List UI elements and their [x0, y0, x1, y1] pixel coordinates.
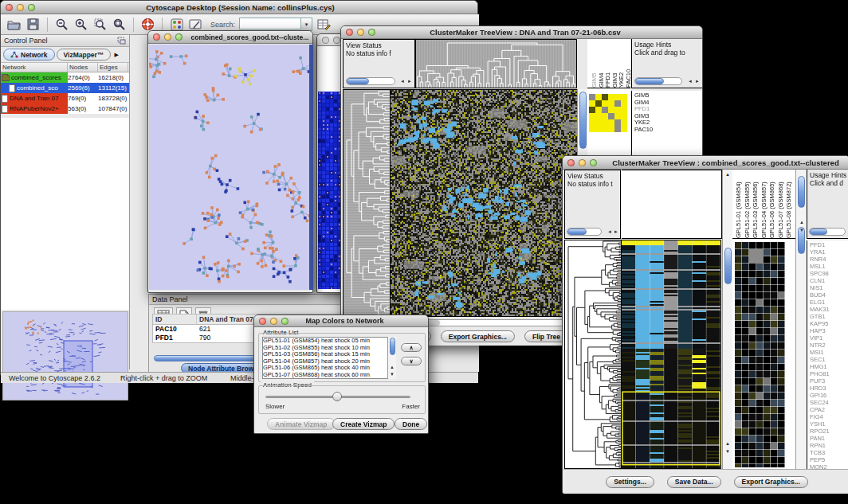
tv1-column-label[interactable]: GIM5 [591, 40, 598, 88]
tv2-export-graphics-button[interactable]: Export Graphics... [734, 476, 808, 488]
tv2-gene-label[interactable]: HAP3 [810, 327, 848, 334]
minimize-button[interactable] [17, 4, 24, 11]
search-input[interactable] [239, 18, 301, 29]
tv2-gene-label[interactable]: YRA1 [810, 248, 848, 256]
minimize-button[interactable] [579, 159, 586, 166]
tv2-row-dendrogram[interactable] [564, 240, 622, 469]
tv2-gene-label[interactable]: RPN1 [810, 442, 848, 449]
scroll-right-icon[interactable]: ► [614, 229, 618, 235]
tv2-zoom-heatmap[interactable] [735, 242, 785, 467]
animation-speed-slider-thumb[interactable] [332, 392, 342, 401]
network-overview-panel[interactable] [2, 311, 128, 400]
minimize-button[interactable] [333, 37, 340, 44]
tv2-save-data-button[interactable]: Save Data... [667, 476, 721, 488]
tv2-gene-label[interactable]: SPC98 [810, 270, 848, 277]
network-table-header[interactable]: Network Nodes Edges [1, 63, 129, 72]
tab-overflow-icon[interactable]: ▶ [114, 52, 118, 58]
close-button[interactable] [567, 159, 575, 166]
close-button[interactable] [322, 37, 329, 44]
zoom-fit-icon[interactable] [112, 17, 127, 32]
tv2-gene-label[interactable]: SEC1 [810, 356, 848, 363]
network-table-row[interactable]: combined_sco 2569(6) 13112(15) [1, 83, 129, 93]
minimize-button[interactable] [357, 29, 364, 36]
save-icon[interactable] [26, 17, 41, 32]
treeview2-title-bar[interactable]: ClusterMaker TreeView : combined_scores_… [563, 156, 848, 170]
scroll-right-icon[interactable]: ► [407, 78, 412, 84]
tv1-column-label[interactable]: PFD1 [604, 40, 611, 88]
tv2-gene-label[interactable]: MSI1 [810, 349, 848, 356]
network-view-title-bar[interactable]: combined_scores_good.txt--cluste... [148, 31, 312, 44]
tv2-column-label[interactable]: GPL51-03 (GSM856) [752, 170, 760, 238]
scroll-up-icon[interactable]: ▲ [723, 171, 732, 178]
tv2-gene-label[interactable]: FIG4 [810, 413, 848, 420]
close-button[interactable] [153, 33, 160, 41]
tv2-column-label[interactable]: GPL51-06 (GSM865) [768, 170, 777, 238]
close-button[interactable] [346, 29, 353, 36]
move-down-button[interactable]: ∨ [401, 357, 422, 365]
tv2-gene-label[interactable]: HRD3 [810, 385, 848, 392]
tab-network[interactable]: Network [3, 49, 55, 61]
minimize-button[interactable] [164, 33, 171, 41]
tv2-column-dendrogram-area[interactable] [622, 170, 722, 239]
zoom-button[interactable] [175, 33, 183, 41]
tv2-gene-label[interactable]: MSL1 [810, 263, 848, 270]
close-button[interactable] [259, 318, 266, 325]
scroll-left-icon[interactable]: ◄ [400, 78, 405, 84]
attribute-list-scrollbar[interactable]: ▲ ▼ [387, 337, 396, 379]
scroll-up-icon[interactable]: ▲ [390, 364, 395, 370]
tv2-gene-label[interactable]: PFD1 [810, 241, 848, 248]
close-button[interactable] [6, 4, 13, 11]
tv2-global-heatmap[interactable] [622, 240, 721, 469]
tv2-gene-label[interactable]: CLN1 [810, 277, 848, 284]
tv2-gene-label[interactable]: MAK31 [810, 306, 848, 313]
tv2-gene-label[interactable]: PHO81 [810, 370, 848, 377]
tv2-gene-label[interactable]: CPA2 [810, 406, 848, 413]
tv1-export-graphics-button[interactable]: Export Graphics... [441, 330, 515, 342]
tv1-column-dendrogram[interactable] [415, 39, 577, 88]
tv2-gene-label[interactable]: PUF3 [810, 377, 848, 385]
zoom-out-icon[interactable] [54, 17, 69, 32]
scroll-down-icon[interactable]: ▼ [725, 448, 730, 455]
tv2-main-vscrollbar[interactable]: ▲ ▲ ▼ [722, 170, 732, 469]
tv2-gene-label[interactable]: BUD4 [810, 291, 848, 299]
zoom-selected-icon[interactable] [92, 17, 108, 32]
scroll-right-icon[interactable]: ► [695, 78, 700, 84]
scroll-down-icon[interactable]: ▼ [390, 371, 395, 377]
network-canvas[interactable] [149, 45, 310, 290]
tv1-global-heatmap[interactable] [390, 89, 578, 317]
network-overview-canvas[interactable] [3, 312, 128, 400]
tv2-gene-label[interactable]: RPO21 [810, 428, 848, 435]
tv2-column-label[interactable]: GPL51-08 (GSM872) [785, 170, 794, 238]
tv1-row-dendrogram[interactable] [343, 89, 391, 317]
tv1-hints-hscrollbar[interactable] [634, 77, 682, 85]
tv2-gene-label[interactable]: TCB3 [810, 449, 848, 456]
move-up-button[interactable]: ∧ [401, 343, 422, 352]
network-table-row[interactable]: DNA and Tran 07 769(0) 183728(0) [1, 93, 129, 104]
float-panel-icon[interactable] [117, 33, 126, 48]
search-dropdown-icon[interactable]: ▼ [301, 18, 312, 31]
tv2-gene-label[interactable]: VIP1 [810, 334, 848, 342]
tv2-status-hscrollbar[interactable] [567, 228, 602, 236]
open-folder-icon[interactable] [6, 17, 22, 32]
main-title-bar[interactable]: Cytoscape Desktop (Session Name: collins… [1, 1, 477, 14]
tv1-status-hscrollbar[interactable] [346, 77, 395, 85]
tv1-column-label[interactable]: PAC10 [625, 40, 632, 88]
tv2-gene-label[interactable]: GPI16 [810, 392, 848, 399]
zoom-button[interactable] [28, 4, 35, 11]
dialog-title-bar[interactable]: Map Colors to Network [254, 315, 428, 327]
tv2-column-label[interactable]: GPL51-01 (GSM854) [735, 170, 744, 238]
scroll-left-icon[interactable]: ◄ [688, 78, 693, 84]
table-edit-icon[interactable] [316, 17, 332, 32]
tv2-gene-label[interactable]: MON2 [810, 463, 848, 469]
tv2-gene-label[interactable]: KAP95 [810, 320, 848, 327]
network-table-row[interactable]: combined_scores 2764(0) 16218(0) [1, 72, 129, 83]
tv1-column-label[interactable]: GIM3 [611, 40, 618, 88]
treeview1-title-bar[interactable]: ClusterMaker TreeView : DNA and Tran 07-… [341, 26, 702, 39]
scroll-up-icon[interactable]: ▲ [799, 219, 804, 225]
tv2-column-label[interactable]: GPL51-07 (GSM868) [777, 170, 786, 238]
tv2-gene-label[interactable]: RNR4 [810, 256, 848, 263]
zoom-button[interactable] [590, 159, 597, 166]
scroll-up-icon[interactable]: ▲ [725, 440, 730, 447]
id-column-header[interactable]: ID [153, 315, 197, 324]
tv1-zoom-heatmap[interactable] [589, 94, 627, 132]
